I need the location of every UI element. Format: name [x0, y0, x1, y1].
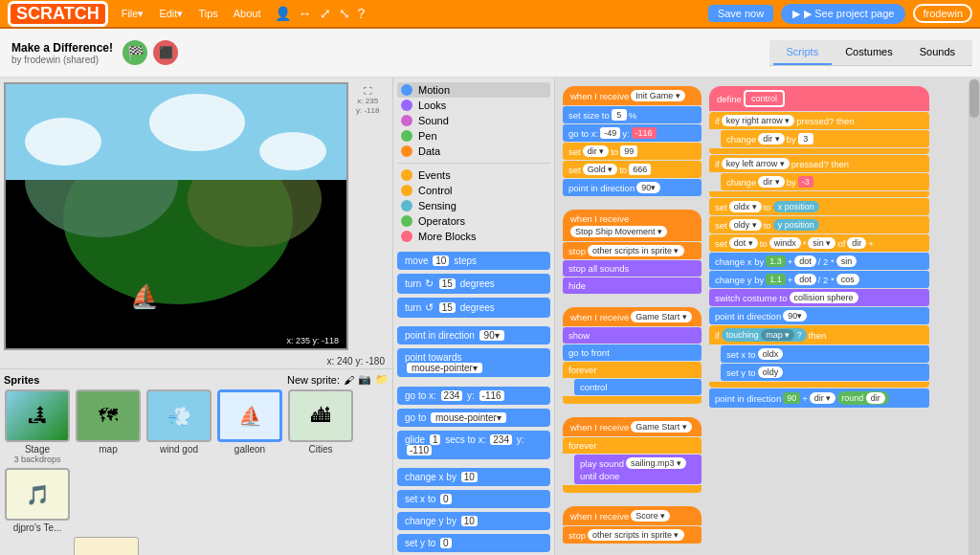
- cat-looks[interactable]: Looks: [397, 98, 550, 113]
- cat-control-dot: [401, 185, 412, 196]
- cat-operators-label: Operators: [418, 215, 465, 227]
- block-set-size[interactable]: set size to 5 %: [563, 106, 702, 123]
- cat-events[interactable]: Events: [397, 167, 550, 183]
- block-set-oldy[interactable]: set oldy ▾ to y position: [709, 216, 929, 233]
- sprite-item-map[interactable]: 🗺 map: [75, 389, 142, 464]
- menu-edit[interactable]: Edit▾: [153, 6, 189, 22]
- cat-motion[interactable]: Motion: [397, 82, 550, 98]
- block-set-y[interactable]: set y to 0: [397, 534, 550, 552]
- block-stop-scripts-score[interactable]: stop other scripts in sprite ▾: [563, 526, 702, 544]
- block-turn-left[interactable]: turn ↺ 15 degrees: [397, 298, 550, 318]
- user-badge[interactable]: frodewin: [913, 4, 972, 23]
- block-when-receive-game-start-2[interactable]: when I receive Game Start ▾: [563, 417, 702, 436]
- sprite-item-wind-god[interactable]: 💨 wind god: [145, 389, 212, 464]
- help-icon[interactable]: ?: [358, 6, 366, 21]
- block-when-receive-init[interactable]: when I receive Init Game ▾: [563, 86, 702, 105]
- menu-tips[interactable]: Tips: [192, 6, 223, 21]
- cat-more-blocks-dot: [401, 231, 412, 242]
- block-glide[interactable]: glide 1 secs to x: 234 y: -110: [397, 431, 550, 459]
- block-set-oldx[interactable]: set oldx ▾ to x position: [709, 198, 929, 215]
- new-sprite-camera-icon[interactable]: 📷: [358, 373, 371, 386]
- block-point-towards[interactable]: point towards mouse-pointer▾: [397, 348, 550, 377]
- main-topbar: Make a Difference! by frodewin (shared) …: [0, 29, 980, 78]
- block-change-y[interactable]: change y by 10: [397, 512, 550, 530]
- block-turn-right[interactable]: turn ↻ 15 degrees: [397, 274, 550, 294]
- cat-sensing[interactable]: Sensing: [397, 198, 550, 213]
- stage-canvas[interactable]: ⛵ x: 235 y: -118: [4, 82, 348, 350]
- block-set-y-oldy[interactable]: set y to oldy: [721, 364, 929, 381]
- cat-operators[interactable]: Operators: [397, 213, 550, 229]
- block-stop-other-scripts[interactable]: stop other scripts in sprite ▾: [563, 242, 702, 259]
- see-project-label: ▶ See project page: [804, 8, 894, 20]
- menu-file[interactable]: File▾: [116, 6, 150, 22]
- block-goto-xy[interactable]: go to x: 234 y: -116: [397, 387, 550, 405]
- block-goto-xy-init[interactable]: go to x: -49 y: -116: [563, 124, 702, 142]
- sprite-name-djpro: djpro's Te...: [13, 522, 62, 533]
- block-set-dot[interactable]: set dot ▾ to windx * sin ▾ of dir +: [709, 234, 929, 252]
- block-goto-front[interactable]: go to front: [563, 344, 702, 361]
- block-when-receive-stop-ship[interactable]: when I receive Stop Ship Movement ▾: [563, 210, 702, 241]
- block-if-touching-map[interactable]: if touching map ▾ ? then: [709, 325, 929, 344]
- scripts-workspace[interactable]: when I receive Init Game ▾ set size to 5…: [555, 78, 980, 555]
- see-project-button[interactable]: ▶ ▶ See project page: [781, 4, 905, 24]
- stop-button[interactable]: ⬛: [153, 40, 178, 65]
- block-when-receive-score[interactable]: when I receive Score ▾: [563, 506, 702, 525]
- block-set-gold[interactable]: set Gold ▾ to 666: [563, 161, 702, 178]
- block-if-right-arrow[interactable]: if key right arrow ▾ pressed? then: [709, 112, 929, 129]
- cat-more-blocks[interactable]: More Blocks: [397, 229, 550, 244]
- sprite-item-galleon[interactable]: ⛵ galleon: [216, 389, 283, 464]
- sprite-thumb-wind-god: 💨: [146, 389, 212, 442]
- block-change-dir-right[interactable]: change dir ▾ by 3: [721, 130, 929, 147]
- tab-costumes[interactable]: Costumes: [832, 40, 906, 65]
- stack-define-control: define control if key right arrow ▾ pres…: [709, 86, 929, 408]
- compress-icon[interactable]: ⤡: [339, 6, 350, 21]
- block-move[interactable]: move 10 steps: [397, 252, 550, 270]
- block-goto-pointer[interactable]: go to mouse-pointer▾: [397, 409, 550, 427]
- block-control-inner[interactable]: control: [574, 379, 702, 395]
- project-title: Make a Difference!: [11, 41, 113, 55]
- sprite-item-stage[interactable]: 🏞 Stage 3 backdrops: [4, 389, 71, 464]
- block-spacer2: [397, 381, 550, 382]
- block-point-dir-init[interactable]: point in direction 90▾: [563, 179, 702, 196]
- scrollbar-thumb[interactable]: [969, 79, 979, 118]
- profile-icon[interactable]: 👤: [275, 6, 291, 21]
- cat-control[interactable]: Control: [397, 183, 550, 198]
- cat-sound[interactable]: Sound: [397, 113, 550, 128]
- green-flag-button[interactable]: 🏁: [122, 40, 147, 65]
- block-change-y-complex[interactable]: change y by 1.1 + dot / 2 * cos: [709, 271, 929, 288]
- tab-scripts[interactable]: Scripts: [773, 40, 833, 65]
- block-change-x[interactable]: change x by 10: [397, 468, 550, 486]
- block-set-dir[interactable]: set dir ▾ to 99: [563, 143, 702, 160]
- block-set-x[interactable]: set x to 0: [397, 490, 550, 508]
- scrollbar[interactable]: [969, 78, 980, 555]
- block-change-x-complex[interactable]: change x by 1.3 + dot / 2 * sin: [709, 253, 929, 270]
- block-set-x-oldx[interactable]: set x to oldx: [721, 345, 929, 363]
- block-define-control[interactable]: define control: [709, 86, 929, 111]
- block-show[interactable]: show: [563, 327, 702, 344]
- block-point-direction[interactable]: point in direction 90▾: [397, 326, 550, 344]
- expand-icon[interactable]: ⤢: [320, 6, 331, 21]
- cat-data[interactable]: Data: [397, 144, 550, 159]
- arrow-left-right-icon[interactable]: ↔: [299, 6, 312, 21]
- block-play-sound[interactable]: play sound sailing.mp3 ▾ until done: [574, 455, 702, 484]
- block-point-dir-round[interactable]: point in direction 90 + dir ▾ round dir: [709, 388, 929, 408]
- sprite-thumb-map: 🗺: [76, 389, 141, 442]
- block-stop-all-sounds[interactable]: stop all sounds: [563, 260, 702, 277]
- sprite-item-djpro[interactable]: 🎵 djpro's Te...: [4, 468, 71, 533]
- new-sprite-paint-icon[interactable]: 🖌: [344, 374, 354, 386]
- tab-sounds[interactable]: Sounds: [906, 40, 969, 65]
- block-point-dir-90[interactable]: point in direction 90▾: [709, 307, 929, 324]
- backdrop-item-score[interactable]: Score: [74, 537, 139, 555]
- block-change-dir-left[interactable]: change dir ▾ by -3: [721, 173, 929, 190]
- save-now-button[interactable]: Save now: [708, 5, 773, 22]
- block-if-left-arrow[interactable]: if key left arrow ▾ pressed? then: [709, 155, 929, 172]
- cat-pen[interactable]: Pen: [397, 128, 550, 144]
- block-when-receive-game-start-1[interactable]: when I receive Game Start ▾: [563, 307, 702, 326]
- block-forever-1[interactable]: forever: [563, 362, 702, 378]
- block-forever-2[interactable]: forever: [563, 437, 702, 454]
- block-switch-costume[interactable]: switch costume to collision sphere: [709, 289, 929, 306]
- new-sprite-upload-icon[interactable]: 📁: [375, 373, 389, 386]
- block-hide[interactable]: hide: [563, 278, 702, 294]
- menu-about[interactable]: About: [228, 6, 267, 21]
- sprite-item-cities[interactable]: 🏙 Cities: [287, 389, 354, 464]
